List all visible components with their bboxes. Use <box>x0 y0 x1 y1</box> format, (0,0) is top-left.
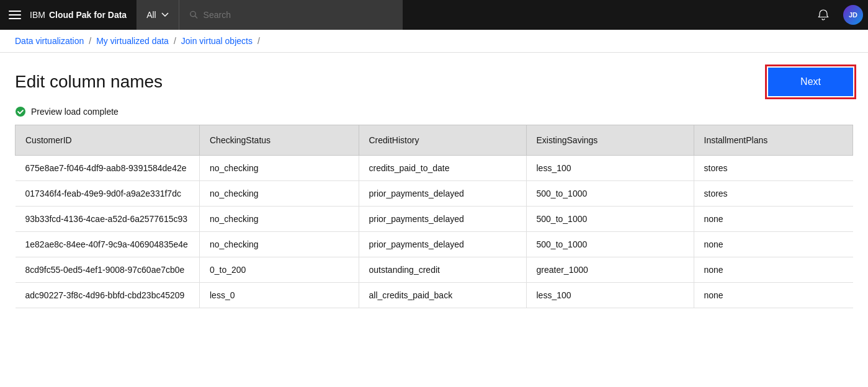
breadcrumb: Data virtualization / My virtualized dat… <box>0 30 868 53</box>
table-cell: adc90227-3f8c-4d96-bbfd-cbd23bc45209 <box>16 283 200 308</box>
table-cell: 675e8ae7-f046-4df9-aab8-9391584de42e <box>16 156 200 181</box>
table-cell: 500_to_1000 <box>526 232 694 257</box>
filter-label: All <box>146 10 156 20</box>
table-cell: 1e82ae8c-84ee-40f7-9c9a-406904835e4e <box>16 232 200 257</box>
table-cell: prior_payments_delayed <box>359 232 526 257</box>
table-cell: 8cd9fc55-0ed5-4ef1-9008-97c60ae7cb0e <box>16 257 200 283</box>
column-header-customer-id <box>16 125 200 156</box>
breadcrumb-my-virtualized-data[interactable]: My virtualized data <box>96 36 169 46</box>
brand-ibm: IBM <box>30 10 45 20</box>
column-header-credit-history <box>359 125 526 156</box>
table-cell: prior_payments_delayed <box>359 207 526 232</box>
svg-rect-2 <box>9 18 21 19</box>
status-message: Preview load complete <box>31 107 119 117</box>
table-row: 93b33fcd-4136-4cae-a52d-6a2577615c93no_c… <box>16 207 853 232</box>
table-cell: outstanding_credit <box>359 257 526 283</box>
column-name-input-existing-savings[interactable] <box>527 125 694 155</box>
table-cell: less_0 <box>200 283 359 308</box>
notification-button[interactable] <box>808 0 838 30</box>
table-cell: less_100 <box>526 156 694 181</box>
svg-rect-0 <box>9 11 21 12</box>
breadcrumb-join-virtual-objects[interactable]: Join virtual objects <box>181 36 253 46</box>
column-name-input-installment-plans[interactable] <box>694 125 853 155</box>
table-row: 8cd9fc55-0ed5-4ef1-9008-97c60ae7cb0e0_to… <box>16 257 853 283</box>
breadcrumb-data-virtualization[interactable]: Data virtualization <box>15 36 84 46</box>
table-row: adc90227-3f8c-4d96-bbfd-cbd23bc45209less… <box>16 283 853 308</box>
search-icon <box>189 10 199 20</box>
table-row: 017346f4-feab-49e9-9d0f-a9a2e331f7dcno_c… <box>16 181 853 207</box>
table-cell: credits_paid_to_date <box>359 156 526 181</box>
svg-rect-1 <box>9 14 21 16</box>
table-cell: none <box>694 207 853 232</box>
column-name-input-credit-history[interactable] <box>359 125 526 155</box>
table-row: 675e8ae7-f046-4df9-aab8-9391584de42eno_c… <box>16 156 853 181</box>
svg-line-4 <box>195 16 197 19</box>
table-cell: 93b33fcd-4136-4cae-a52d-6a2577615c93 <box>16 207 200 232</box>
hamburger-menu[interactable] <box>0 0 30 30</box>
table-cell: no_checking <box>200 232 359 257</box>
table-container: 675e8ae7-f046-4df9-aab8-9391584de42eno_c… <box>0 125 868 308</box>
brand: IBM Cloud Pak for Data <box>30 10 136 20</box>
table-cell: no_checking <box>200 156 359 181</box>
table-cell: 0_to_200 <box>200 257 359 283</box>
breadcrumb-sep-3: / <box>257 36 260 46</box>
page-title: Edit column names <box>15 72 163 92</box>
status-bar: Preview load complete <box>0 104 868 125</box>
column-header-checking-status <box>200 125 359 156</box>
brand-product: Cloud Pak for Data <box>49 10 127 20</box>
breadcrumb-sep-1: / <box>89 36 91 46</box>
notification-icon <box>817 9 830 21</box>
svg-point-5 <box>16 107 25 117</box>
top-navigation: IBM Cloud Pak for Data All JD <box>0 0 868 30</box>
breadcrumb-sep-2: / <box>174 36 176 46</box>
table-cell: stores <box>694 181 853 207</box>
table-cell: greater_1000 <box>526 257 694 283</box>
column-name-input-checking-status[interactable] <box>200 125 359 155</box>
column-header-installment-plans <box>694 125 853 156</box>
table-cell: none <box>694 232 853 257</box>
table-cell: 017346f4-feab-49e9-9d0f-a9a2e331f7dc <box>16 181 200 207</box>
table-cell: none <box>694 257 853 283</box>
table-cell: none <box>694 283 853 308</box>
table-cell: no_checking <box>200 181 359 207</box>
table-cell: no_checking <box>200 207 359 232</box>
table-row: 1e82ae8c-84ee-40f7-9c9a-406904835e4eno_c… <box>16 232 853 257</box>
table-cell: 500_to_1000 <box>526 207 694 232</box>
table-cell: 500_to_1000 <box>526 181 694 207</box>
table-cell: all_credits_paid_back <box>359 283 526 308</box>
table-cell: stores <box>694 156 853 181</box>
table-cell: less_100 <box>526 283 694 308</box>
check-circle-icon <box>15 106 26 117</box>
avatar[interactable]: JD <box>843 5 863 25</box>
filter-dropdown[interactable]: All <box>136 0 179 30</box>
column-header-existing-savings <box>526 125 694 156</box>
next-button[interactable]: Next <box>768 68 853 96</box>
search-input[interactable] <box>204 10 393 20</box>
chevron-down-icon <box>161 12 169 17</box>
table-cell: prior_payments_delayed <box>359 181 526 207</box>
menu-icon <box>9 9 21 21</box>
svg-point-3 <box>190 11 195 16</box>
search-box[interactable] <box>179 0 403 30</box>
page-header: Edit column names Next <box>0 53 868 104</box>
column-name-input-customer-id[interactable] <box>16 125 199 155</box>
